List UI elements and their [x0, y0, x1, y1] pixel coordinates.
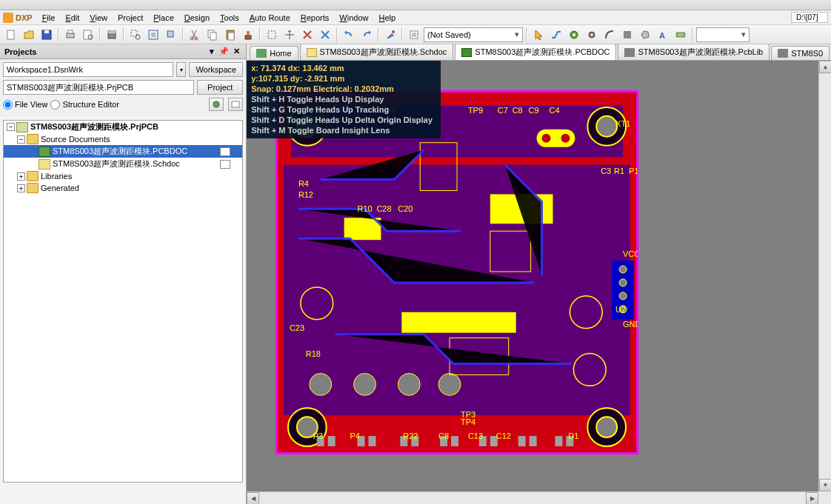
path-field[interactable]	[791, 12, 828, 23]
preview-button[interactable]	[80, 27, 96, 43]
menu-design[interactable]: Design	[179, 12, 215, 24]
grid-combo[interactable]: ▾	[696, 27, 750, 42]
menu-edit[interactable]: Edit	[60, 12, 84, 24]
svg-point-52	[596, 116, 617, 137]
svg-rect-41	[402, 312, 516, 333]
svg-rect-3	[67, 33, 74, 38]
panel-option1-button[interactable]	[209, 98, 224, 111]
polygon-button[interactable]	[637, 27, 653, 43]
redo-button[interactable]	[358, 27, 375, 43]
move-button[interactable]	[281, 27, 298, 43]
cursor-button[interactable]	[530, 27, 547, 43]
arc-button[interactable]	[601, 27, 618, 43]
panel-option2-button[interactable]	[228, 98, 243, 111]
project-button[interactable]: Project	[197, 80, 243, 95]
svg-text:C13: C13	[468, 431, 483, 440]
undo-button[interactable]	[341, 27, 357, 43]
panel-close-icon[interactable]: ✕	[232, 47, 241, 56]
vertical-scrollbar[interactable]: ▲ ▼	[818, 61, 831, 491]
pcb-board[interactable]: C29TP9C7C8C9C4 XT1 R4R12 R10C28C20 C3R1P…	[276, 90, 638, 454]
expand-icon[interactable]: +	[17, 172, 25, 181]
menu-file[interactable]: File	[37, 12, 61, 24]
svg-rect-31	[677, 33, 684, 37]
tab-home[interactable]: Home	[250, 46, 298, 60]
tree-schdoc[interactable]: STM8S003超声波测距模块.Schdoc	[4, 158, 242, 170]
paste-button[interactable]	[222, 27, 238, 43]
svg-rect-37	[232, 101, 239, 107]
svg-rect-79	[555, 436, 563, 446]
menu-window[interactable]: Window	[334, 12, 373, 24]
via-button[interactable]	[584, 27, 600, 43]
project-icon	[16, 122, 28, 132]
svg-point-63	[310, 373, 332, 395]
clear-button[interactable]	[317, 27, 333, 43]
dxp-logo[interactable]: DXP	[3, 13, 33, 23]
save-button[interactable]	[39, 27, 55, 43]
filter-combo[interactable]: (Not Saved) ▾	[424, 27, 523, 42]
pcb-canvas[interactable]: C29TP9C7C8C9C4 XT1 R4R12 R10C28C20 C3R1P…	[247, 61, 831, 504]
panel-dropdown-icon[interactable]: ▾	[208, 47, 216, 56]
string-button[interactable]: A	[655, 27, 671, 43]
pad-button[interactable]	[566, 27, 582, 43]
scroll-up-button[interactable]: ▲	[819, 61, 831, 73]
cut-button[interactable]	[187, 27, 203, 43]
tree-project-root[interactable]: − STM8S003超声波测距模块.PrjPCB	[4, 121, 242, 133]
file-view-radio[interactable]: File View	[3, 100, 47, 110]
workspace-input[interactable]	[3, 62, 173, 77]
menu-view[interactable]: View	[84, 12, 113, 24]
menu-project[interactable]: Project	[113, 12, 148, 24]
home-icon	[256, 49, 267, 58]
tab-pcbdoc[interactable]: STM8S003超声波测距模块.PCBDOC	[455, 44, 616, 60]
tree-pcbdoc[interactable]: STM8S003超声波测距模块.PCBDOC	[4, 145, 242, 158]
menu-help[interactable]: Help	[373, 12, 401, 24]
tree-label: STM8S003超声波测距模块.PrjPCB	[30, 121, 158, 132]
menu-autoroute[interactable]: Auto Route	[244, 12, 296, 24]
library-button[interactable]	[104, 27, 120, 43]
menu-tools[interactable]: Tools	[215, 12, 244, 24]
zoom-selected-button[interactable]	[163, 27, 179, 43]
hud-hint-d: Shift + D Toggle Heads Up Delta Origin D…	[251, 115, 435, 125]
zoom-fit-button[interactable]	[145, 27, 161, 43]
tree-source-documents[interactable]: − Source Documents	[4, 133, 242, 145]
track-button[interactable]	[548, 27, 564, 43]
fill-button[interactable]	[619, 27, 635, 43]
svg-rect-68	[328, 436, 336, 446]
open-button[interactable]	[21, 27, 37, 43]
menu-place[interactable]: Place	[148, 12, 179, 24]
structure-editor-radio[interactable]: Structure Editor	[50, 100, 119, 110]
scroll-left-button[interactable]: ◀	[247, 492, 259, 504]
scroll-down-button[interactable]: ▼	[819, 479, 831, 491]
zoom-area-button[interactable]	[127, 27, 144, 43]
tab-pcblib[interactable]: STM8S003超声波测距模块.PcbLib	[618, 44, 770, 60]
rubber-stamp-button[interactable]	[240, 27, 256, 43]
tab-schdoc[interactable]: STM8S003超声波测距模块.Schdoc	[300, 44, 454, 60]
new-button[interactable]	[3, 27, 19, 43]
sch-icon	[39, 159, 50, 169]
tab-lib2[interactable]: STM8S0	[771, 46, 830, 60]
scroll-right-button[interactable]: ▶	[806, 492, 818, 504]
select-button[interactable]	[264, 27, 280, 43]
design-rules-button[interactable]	[406, 27, 422, 43]
project-tree[interactable]: − STM8S003超声波测距模块.PrjPCB − Source Docume…	[3, 120, 243, 483]
svg-text:P4: P4	[350, 431, 360, 440]
crossprobe-button[interactable]	[382, 27, 398, 43]
tree-generated[interactable]: + Generated	[4, 182, 242, 194]
tree-label: STM8S003超声波测距模块.Schdoc	[53, 158, 180, 169]
panel-pin-icon[interactable]: 📌	[217, 47, 230, 56]
project-input[interactable]	[3, 80, 194, 95]
horizontal-scrollbar[interactable]: ◀ ▶	[247, 491, 818, 504]
component-button[interactable]	[673, 27, 689, 43]
tree-libraries[interactable]: + Libraries	[4, 170, 242, 182]
print-button[interactable]	[62, 27, 79, 43]
copy-button[interactable]	[204, 27, 221, 43]
menu-reports[interactable]: Reports	[296, 12, 335, 24]
chevron-down-icon: ▾	[515, 30, 519, 39]
workspace-dropdown[interactable]: ▾	[176, 62, 186, 77]
collapse-icon[interactable]: −	[17, 135, 25, 144]
deselect-button[interactable]	[299, 27, 316, 43]
svg-point-10	[136, 35, 140, 39]
expand-icon[interactable]: +	[17, 184, 25, 192]
workspace-button[interactable]: Workspace	[189, 62, 243, 77]
collapse-icon[interactable]: −	[7, 123, 15, 131]
projects-panel-header: Projects ▾ 📌 ✕	[0, 44, 246, 59]
